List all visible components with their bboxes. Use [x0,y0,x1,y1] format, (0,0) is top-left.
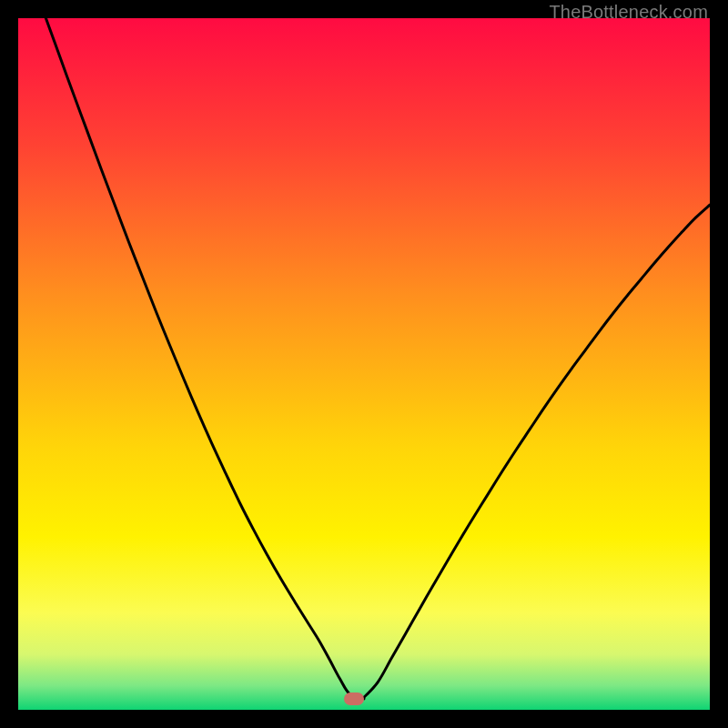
gradient-background [18,18,710,710]
watermark-text: TheBottleneck.com [549,2,708,23]
valley-marker [344,693,364,705]
chart-svg [18,18,710,710]
figure-root: TheBottleneck.com [0,0,728,728]
plot-area [18,18,710,710]
